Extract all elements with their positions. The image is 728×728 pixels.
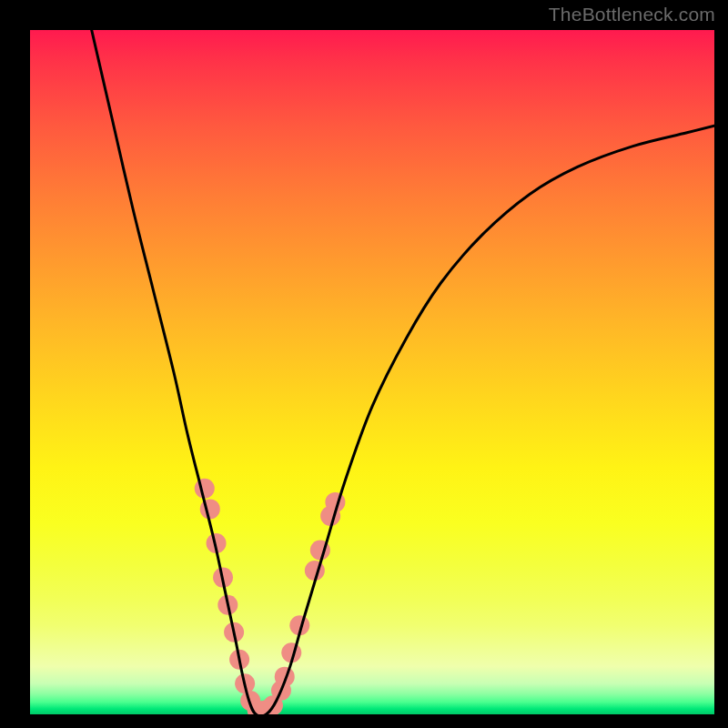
marker-dot xyxy=(271,681,291,701)
marker-dot xyxy=(325,492,345,512)
marker-dot xyxy=(320,506,340,526)
marker-dot xyxy=(200,499,220,519)
marker-dot xyxy=(217,595,238,615)
chart-frame: TheBottleneck.com xyxy=(0,0,728,728)
marker-dot xyxy=(275,667,295,687)
chart-svg xyxy=(30,30,714,714)
marker-dot xyxy=(207,533,227,553)
marker-dot xyxy=(305,561,325,581)
marker-dot xyxy=(263,695,283,714)
site-watermark: TheBottleneck.com xyxy=(549,4,715,25)
marker-dot xyxy=(248,700,268,714)
marker-dot xyxy=(240,691,260,711)
bottleneck-curve xyxy=(92,30,714,714)
marker-dot xyxy=(224,622,244,642)
marker-dot xyxy=(289,615,309,635)
marker-dot xyxy=(195,479,215,499)
marker-dot xyxy=(229,650,249,670)
marker-dot xyxy=(281,642,301,662)
marker-dot xyxy=(256,700,276,714)
marker-dot xyxy=(310,541,330,561)
marker-dot xyxy=(235,673,255,693)
plot-area xyxy=(30,30,714,714)
marker-group xyxy=(195,479,346,714)
marker-dot xyxy=(213,568,233,588)
